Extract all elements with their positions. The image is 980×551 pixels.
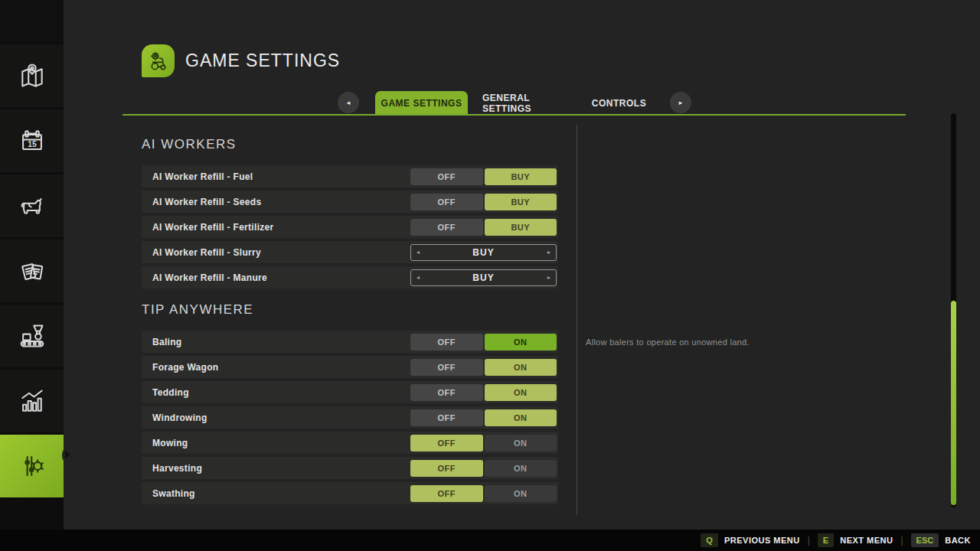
statistics-icon [18, 386, 47, 416]
sidebar-item-calendar[interactable]: 15 [0, 109, 64, 172]
toggle-option-off[interactable]: OFF [410, 334, 483, 350]
setting-label: Harvesting [152, 463, 410, 474]
hint-separator: | [900, 535, 903, 546]
svg-text:15: 15 [28, 140, 37, 148]
setting-row-ai-refill-slurry: AI Worker Refill - Slurry ◂ BUY ▸ [142, 241, 558, 263]
toggle-option-off[interactable]: OFF [410, 194, 483, 210]
toggle-option-on[interactable]: ON [485, 460, 557, 477]
toggle-option-on[interactable]: ON [485, 359, 557, 376]
stepper-ai-refill-manure: ◂ BUY ▸ [410, 269, 557, 286]
sidebar-active-arrow-icon [65, 451, 70, 458]
setting-label: AI Worker Refill - Fertilizer [152, 222, 410, 233]
content-divider [577, 125, 577, 515]
setting-row-mowing: Mowing OFF ON [142, 432, 558, 454]
toggle-forage-wagon: OFF ON [410, 359, 557, 376]
contracts-icon [18, 256, 47, 285]
stepper-value: BUY [472, 247, 494, 258]
sidebar-item-production[interactable] [0, 305, 64, 367]
sidebar-item-animals[interactable] [0, 174, 64, 237]
toggle-option-off[interactable]: OFF [410, 384, 483, 401]
production-icon [18, 321, 47, 350]
toggle-option-off[interactable]: OFF [410, 219, 483, 236]
toggle-tedding: OFF ON [410, 384, 557, 401]
map-icon [18, 61, 47, 90]
setting-label: Forage Wagon [152, 362, 410, 373]
sidebar-item-statistics[interactable] [0, 370, 64, 432]
settings-list: AI WORKERS AI Worker Refill - Fuel OFF B… [142, 130, 558, 507]
setting-label: AI Worker Refill - Fuel [152, 171, 410, 182]
setting-row-windrowing: Windrowing OFF ON [142, 406, 558, 429]
setting-row-ai-refill-manure: AI Worker Refill - Manure ◂ BUY ▸ [142, 266, 558, 289]
setting-label: AI Worker Refill - Slurry [152, 247, 410, 258]
setting-row-forage-wagon: Forage Wagon OFF ON [142, 356, 558, 378]
toggle-mowing: OFF ON [410, 435, 557, 452]
sidebar-item-contracts[interactable] [0, 240, 64, 302]
hint-previous-menu[interactable]: Q PREVIOUS MENU [701, 533, 799, 547]
section-title-tip-anywhere: TIP ANYWHERE [142, 302, 558, 318]
toggle-option-buy[interactable]: BUY [485, 219, 557, 236]
key-e: E [818, 533, 834, 547]
tabs-prev-arrow-icon[interactable]: ◂ [338, 92, 359, 113]
toggle-option-on[interactable]: ON [485, 435, 557, 452]
sidebar-top-spacer [0, 0, 64, 42]
key-q: Q [701, 533, 718, 547]
toggle-option-buy[interactable]: BUY [485, 168, 557, 185]
setting-label: AI Worker Refill - Manure [152, 272, 410, 283]
stepper-next-arrow-icon[interactable]: ▸ [547, 274, 550, 281]
hint-next-menu[interactable]: E NEXT MENU [818, 533, 893, 547]
setting-row-ai-refill-seeds: AI Worker Refill - Seeds OFF BUY [142, 191, 558, 213]
sidebar-item-game-settings[interactable] [0, 435, 64, 497]
hint-separator: | [808, 535, 810, 546]
sidebar-item-map[interactable] [0, 44, 64, 107]
hint-back[interactable]: ESC BACK [911, 533, 971, 547]
animals-icon [18, 191, 47, 220]
hint-label: BACK [945, 536, 971, 545]
setting-row-tedding: Tedding OFF ON [142, 381, 558, 403]
gear-tractor-icon [146, 49, 171, 73]
toggle-option-on[interactable]: ON [485, 485, 557, 502]
hint-label: PREVIOUS MENU [724, 536, 800, 545]
stepper-ai-refill-slurry: ◂ BUY ▸ [410, 244, 557, 261]
setting-label: Tedding [152, 387, 410, 398]
toggle-option-off[interactable]: OFF [410, 485, 483, 502]
stepper-next-arrow-icon[interactable]: ▸ [547, 249, 550, 256]
stepper-prev-arrow-icon[interactable]: ◂ [416, 274, 420, 281]
toggle-ai-refill-fuel: OFF BUY [410, 168, 557, 185]
stepper-prev-arrow-icon[interactable]: ◂ [416, 249, 420, 256]
scrollbar-thumb[interactable] [951, 301, 956, 505]
setting-label: Windrowing [152, 412, 410, 423]
key-esc: ESC [911, 533, 939, 547]
tab-game-settings[interactable]: GAME SETTINGS [375, 91, 468, 115]
toggle-baling: OFF ON [410, 334, 557, 350]
tabs-next-arrow-icon[interactable]: ▸ [670, 92, 691, 113]
toggle-option-on[interactable]: ON [485, 409, 557, 426]
toggle-option-off[interactable]: OFF [410, 435, 483, 452]
toggle-option-buy[interactable]: BUY [485, 194, 557, 210]
scrollbar-track[interactable] [951, 113, 956, 507]
setting-label: Baling [152, 337, 410, 347]
setting-row-harvesting: Harvesting OFF ON [142, 457, 558, 479]
setting-label: Mowing [152, 438, 410, 448]
footer-hint-bar: Q PREVIOUS MENU | E NEXT MENU | ESC BACK [0, 530, 980, 551]
setting-description: Allow balers to operate on unowned land. [586, 337, 907, 347]
page-title: GAME SETTINGS [185, 51, 340, 71]
stepper-value: BUY [472, 272, 494, 283]
calendar-icon: 15 [18, 126, 47, 155]
tab-general-settings[interactable]: GENERAL SETTINGS [482, 91, 570, 115]
hint-label: NEXT MENU [840, 536, 893, 545]
settings-icon [18, 452, 47, 481]
toggle-option-on[interactable]: ON [485, 384, 557, 401]
setting-label: Swathing [152, 488, 410, 499]
toggle-option-on[interactable]: ON [485, 334, 557, 350]
tab-underline [122, 114, 906, 116]
setting-row-ai-refill-fertilizer: AI Worker Refill - Fertilizer OFF BUY [142, 216, 558, 238]
toggle-option-off[interactable]: OFF [410, 409, 483, 426]
toggle-option-off[interactable]: OFF [410, 168, 483, 185]
setting-row-swathing: Swathing OFF ON [142, 482, 558, 504]
toggle-windrowing: OFF ON [410, 409, 557, 426]
sidebar: 15 [0, 0, 64, 530]
toggle-option-off[interactable]: OFF [410, 460, 483, 477]
toggle-option-off[interactable]: OFF [410, 359, 483, 376]
tab-controls[interactable]: CONTROLS [594, 91, 644, 115]
toggle-ai-refill-fertilizer: OFF BUY [410, 219, 557, 236]
